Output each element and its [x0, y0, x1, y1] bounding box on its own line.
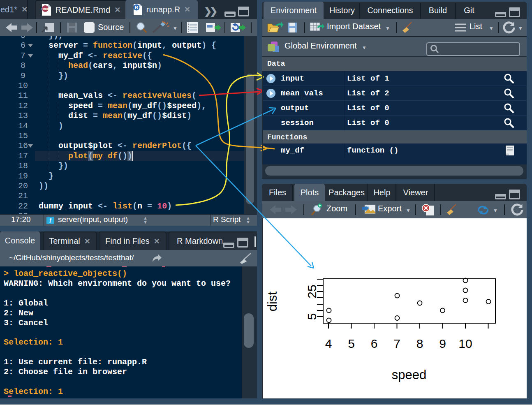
svg-text:7: 7 — [393, 337, 400, 350]
svg-text:5: 5 — [305, 313, 319, 320]
svg-text:dist: dist — [265, 291, 280, 311]
svg-text:speed: speed — [392, 368, 426, 382]
svg-text:10: 10 — [458, 337, 472, 350]
svg-text:5: 5 — [348, 337, 355, 350]
svg-text:R: R — [135, 5, 138, 10]
svg-text:6: 6 — [371, 337, 378, 350]
svg-text:9: 9 — [439, 337, 446, 350]
svg-text:Rmd: Rmd — [42, 7, 49, 11]
svg-text:8: 8 — [416, 337, 423, 350]
svg-text:4: 4 — [325, 337, 332, 350]
svg-text:25: 25 — [305, 285, 319, 298]
